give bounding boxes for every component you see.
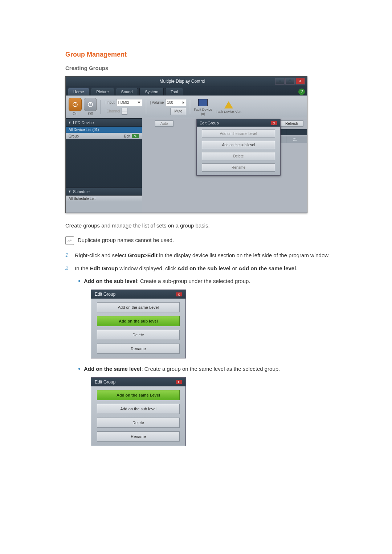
rename-button[interactable]: Rename: [202, 163, 275, 172]
bullet-sub-level-text: Add on the sub level: Create a sub-group…: [84, 277, 250, 285]
window-title: Multiple Display Control: [90, 79, 275, 84]
dialog-close-button[interactable]: x: [176, 380, 182, 384]
step-number-1: 1: [65, 251, 71, 259]
add-sub-level-button[interactable]: Add on the sub level: [97, 404, 180, 414]
tab-system[interactable]: System: [139, 88, 164, 95]
alert-icon: [224, 101, 233, 108]
note-icon: [65, 236, 74, 245]
all-schedule-list[interactable]: All Schedule List: [66, 196, 142, 202]
delete-button[interactable]: Delete: [202, 152, 275, 160]
sidebar: ▾ LFD Device All Device List (01) Group …: [66, 118, 142, 213]
delete-button[interactable]: Delete: [97, 418, 180, 428]
schedule-body: [66, 202, 142, 213]
input-combo[interactable]: HDMI2: [116, 99, 142, 106]
group-label: Group: [69, 134, 79, 138]
add-sub-level-button[interactable]: Add on the sub level: [97, 316, 180, 326]
tab-home[interactable]: Home: [68, 88, 89, 95]
auto-button[interactable]: Auto: [155, 120, 173, 127]
bullet-same-level-text: Add on the same level: Create a group on…: [84, 365, 280, 373]
off-label: Off: [88, 112, 93, 116]
window-maximize-button[interactable]: □: [285, 78, 295, 85]
divider: [101, 100, 101, 114]
all-schedule-label: All Schedule List: [69, 197, 95, 201]
dialog-title: Edit Group: [95, 292, 115, 297]
step-1-text: Right-click and select Group>Edit in the…: [75, 251, 330, 259]
lfd-device-header[interactable]: ▾ LFD Device: [66, 118, 142, 127]
window-minimize-button[interactable]: –: [275, 78, 285, 85]
divider: [190, 100, 190, 114]
chevron-down-icon: ▾: [69, 189, 71, 194]
step-2-text: In the Edit Group window displayed, clic…: [75, 264, 298, 272]
power-icon: [87, 101, 94, 108]
help-icon[interactable]: ?: [298, 89, 305, 95]
volume-box[interactable]: 100: [165, 99, 186, 106]
delete-button[interactable]: Delete: [97, 330, 180, 340]
fault-alert-label: Fault Device Alert: [216, 110, 241, 114]
schedule-label: Schedule: [73, 189, 90, 194]
note-text: Duplicate group names cannot be used.: [78, 236, 174, 244]
popup-title: Edit Group: [200, 121, 219, 125]
power-icon: [72, 101, 78, 108]
tabbar: Home Picture Sound System Tool ?: [66, 86, 307, 95]
all-device-list[interactable]: All Device List (01): [66, 127, 142, 133]
input-value: HDMI2: [118, 100, 129, 104]
chevron-down-icon: [138, 102, 140, 103]
col-blank: [286, 129, 307, 135]
monitor-icon: [198, 99, 208, 106]
intro-paragraph: Create groups and manage the list of set…: [65, 222, 330, 230]
refresh-button[interactable]: Refresh: [280, 120, 303, 127]
sub-title: Creating Groups: [65, 65, 330, 71]
volume-value: 100: [167, 100, 173, 104]
bullet-icon: [78, 280, 80, 282]
volume-label: | Volume: [150, 100, 164, 104]
input-label: | Input: [105, 100, 115, 104]
power-off-button[interactable]: [84, 98, 97, 111]
rename-button[interactable]: Rename: [97, 431, 180, 442]
chevron-down-icon: ▾: [69, 120, 71, 125]
power-on-button[interactable]: [69, 98, 82, 111]
section-title: Group Management: [65, 51, 330, 58]
channel-spinner[interactable]: [122, 108, 127, 115]
schedule-header[interactable]: ▾ Schedule: [66, 187, 142, 196]
channel-label: | Channel: [105, 109, 120, 113]
tab-tool[interactable]: Tool: [165, 88, 183, 95]
dialog-title: Edit Group: [95, 379, 115, 385]
add-same-level-button[interactable]: Add on the same Level: [97, 302, 180, 312]
add-same-level-button[interactable]: Add on the same Level: [97, 390, 180, 400]
window-close-button[interactable]: x: [295, 78, 305, 85]
toolbar: On Off | Input HDMI2: [66, 95, 307, 118]
edit-icon[interactable]: ✎: [132, 134, 139, 138]
fault-device-label: Fault Device: [194, 108, 212, 111]
tab-picture[interactable]: Picture: [91, 88, 114, 95]
main-area: Auto Refresh Info wer Input HDMI2 21 Ed: [142, 118, 307, 213]
edit-group-dialog-sub: Edit Group x Add on the same Level Add o…: [91, 290, 186, 358]
arrow-right-icon: [183, 101, 184, 104]
dialog-close-button[interactable]: x: [176, 292, 182, 296]
divider: [146, 100, 146, 114]
titlebar: Multiple Display Control – □ x: [66, 77, 307, 86]
tab-sound[interactable]: Sound: [116, 88, 138, 95]
cell-count: 21: [286, 136, 307, 143]
fault-device-value: (0): [201, 112, 205, 116]
rename-button[interactable]: Rename: [97, 344, 180, 354]
edit-label: Edit: [124, 134, 130, 138]
fault-device-count[interactable]: Fault Device (0): [194, 98, 212, 116]
on-label: On: [73, 112, 77, 116]
add-same-level-button[interactable]: Add on the same Level: [202, 130, 275, 138]
fault-device-alert[interactable]: Fault Device Alert: [216, 100, 241, 114]
bullet-icon: [78, 368, 80, 370]
app-window: Multiple Display Control – □ x Home Pict…: [65, 76, 307, 213]
lfd-device-label: LFD Device: [73, 120, 94, 125]
mute-button[interactable]: Mute: [170, 108, 186, 115]
popup-close-button[interactable]: x: [271, 121, 277, 125]
add-sub-level-button[interactable]: Add on the sub level: [202, 141, 275, 149]
edit-group-dialog-same: Edit Group x Add on the same Level Add o…: [91, 377, 186, 446]
edit-group-popup: Edit Group x Add on the same Level Add o…: [196, 119, 281, 176]
step-number-2: 2: [65, 264, 71, 272]
group-row[interactable]: Group Edit ✎: [66, 133, 142, 139]
